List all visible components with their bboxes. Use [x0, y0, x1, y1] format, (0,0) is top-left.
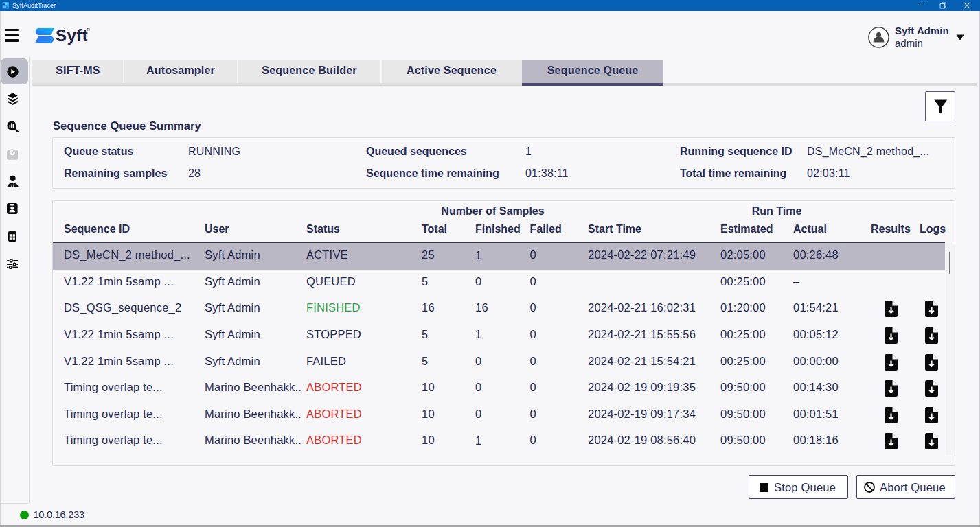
svg-text:TM: TM	[87, 27, 90, 32]
svg-text:Syft: Syft	[56, 27, 88, 45]
